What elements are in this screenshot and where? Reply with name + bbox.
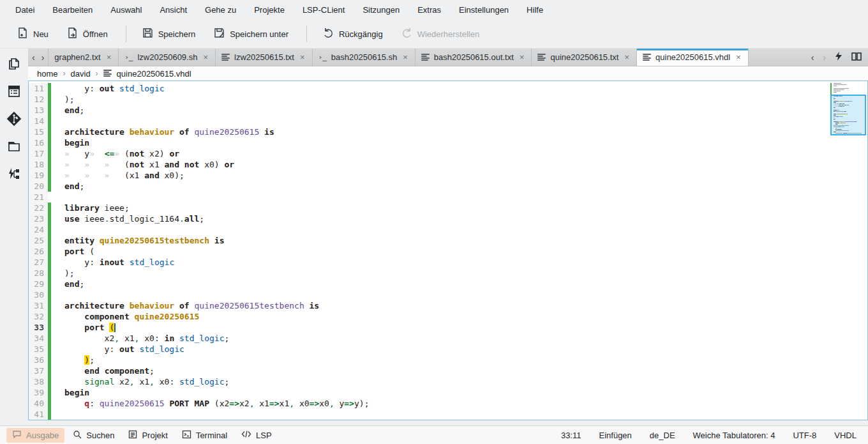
code-segment: inout bbox=[100, 257, 124, 267]
code-segment: not bbox=[130, 160, 144, 169]
code-segment: x1 bbox=[254, 399, 269, 408]
save-button[interactable]: Speichern bbox=[134, 22, 204, 45]
menu-auswahl[interactable]: Auswahl bbox=[103, 3, 149, 17]
code-segment: std_logic_1164 bbox=[109, 214, 179, 224]
code-text bbox=[51, 224, 64, 235]
code-segment: ; bbox=[225, 333, 230, 343]
git-icon bbox=[6, 111, 22, 129]
statusbar-tab-mode[interactable]: Weiche Tabulatoren: 4 bbox=[693, 431, 775, 440]
editor-line: 36 ); bbox=[29, 355, 867, 365]
tab-lzw20250615.txt[interactable]: lzw20250615.txt× bbox=[216, 49, 313, 66]
tab-label: bash20250615.out.txt bbox=[434, 52, 514, 62]
tab-graphen2.txt[interactable]: graphen2.txt× bbox=[49, 49, 119, 66]
code-segment: not bbox=[130, 149, 144, 158]
sidebar-item-symbols[interactable] bbox=[3, 81, 26, 103]
menu-sitzungen[interactable]: Sitzungen bbox=[355, 3, 407, 17]
sidebar-item-git[interactable] bbox=[3, 109, 26, 130]
tab-lzw20250609.sh[interactable]: ›_lzw20250609.sh× bbox=[119, 49, 216, 66]
open-button[interactable]: Öffnen bbox=[59, 22, 116, 45]
code-segment: port bbox=[64, 247, 84, 256]
code-segment: (x1 bbox=[124, 171, 144, 180]
tab-close-icon[interactable]: × bbox=[105, 52, 113, 62]
code-segment: or bbox=[169, 149, 179, 158]
split-view-icon[interactable] bbox=[851, 52, 862, 63]
statusbar-button-label: LSP bbox=[256, 431, 272, 440]
history-back-icon[interactable]: ‹ bbox=[811, 52, 814, 63]
minimap-line bbox=[834, 89, 844, 90]
code-text: port ( bbox=[51, 246, 94, 257]
menu-bearbeiten[interactable]: Bearbeiten bbox=[45, 3, 100, 17]
statusbar-button-lsp[interactable]: LSP bbox=[236, 428, 278, 442]
code-segment: x1 bbox=[144, 160, 164, 169]
new-button[interactable]: Neu bbox=[9, 22, 56, 45]
menu-projekte[interactable]: Projekte bbox=[246, 3, 292, 17]
breadcrumb-segment-david[interactable]: david bbox=[71, 69, 91, 79]
editor-line: 13end; bbox=[29, 105, 867, 116]
tab-quine20250615.txt[interactable]: quine20250615.txt× bbox=[532, 49, 637, 66]
tab-quine20250615.vhdl[interactable]: quine20250615.vhdl× bbox=[637, 49, 749, 66]
menu-datei[interactable]: Datei bbox=[8, 3, 42, 17]
tab-bash20250615.out.txt[interactable]: bash20250615.out.txt× bbox=[415, 49, 532, 66]
code-text bbox=[51, 289, 64, 300]
menu-hilfe[interactable]: Hilfe bbox=[519, 3, 551, 17]
undo-button[interactable]: Rückgängig bbox=[315, 22, 391, 45]
sidebar-item-filesystem[interactable] bbox=[3, 136, 26, 158]
line-number: 12 bbox=[29, 94, 48, 105]
statusbar-encoding[interactable]: UTF-8 bbox=[793, 431, 816, 440]
redo-button[interactable]: Wiederherstellen bbox=[393, 22, 488, 45]
magnifier-icon bbox=[73, 430, 82, 441]
statusbar-button-projekt[interactable]: Projekt bbox=[123, 428, 173, 443]
statusbar-dictionary[interactable]: de_DE bbox=[650, 431, 675, 440]
code-segment: x0: bbox=[139, 333, 164, 343]
code-segment: std_logic bbox=[119, 84, 164, 93]
minimap-viewport[interactable] bbox=[830, 95, 866, 135]
code-text: q: quine20250615 PORT MAP (x2=>x2, x1=>x… bbox=[51, 398, 370, 409]
statusbar-button-terminal[interactable]: Terminal bbox=[176, 428, 233, 443]
code-segment: architecture bbox=[64, 127, 124, 137]
minimap-scrollbar[interactable] bbox=[830, 83, 866, 418]
symbols-list-icon bbox=[6, 84, 22, 101]
editor-line: 39begin bbox=[29, 387, 867, 398]
sidebar-item-documents[interactable] bbox=[3, 54, 26, 75]
breadcrumb-segment-home[interactable]: home bbox=[37, 69, 58, 79]
statusbar-button-suchen[interactable]: Suchen bbox=[67, 428, 120, 443]
code-segment bbox=[174, 301, 179, 310]
tab-bash20250615.sh[interactable]: ›_bash20250615.sh× bbox=[313, 49, 415, 66]
scroll-tabs-left-icon[interactable]: ‹ bbox=[32, 52, 35, 63]
menu-extras[interactable]: Extras bbox=[410, 3, 449, 17]
code-segment: entity bbox=[64, 236, 94, 245]
history-forward-icon[interactable]: › bbox=[823, 52, 826, 63]
statusbar-syntax-mode[interactable]: VHDL bbox=[834, 431, 857, 440]
code-text: begin bbox=[51, 137, 89, 148]
code-text: » » » (not x1 and not x0) or bbox=[51, 159, 234, 170]
code-segment: is bbox=[310, 301, 320, 310]
line-number: 38 bbox=[29, 376, 48, 387]
tab-close-icon[interactable]: × bbox=[299, 52, 306, 62]
tab-close-icon[interactable]: × bbox=[518, 52, 526, 62]
menu-gehe-zu[interactable]: Gehe zu bbox=[197, 3, 244, 17]
scroll-tabs-right-icon[interactable]: › bbox=[41, 52, 45, 63]
save-as-button[interactable]: Speichern unter bbox=[206, 22, 296, 45]
tab-close-icon[interactable]: × bbox=[202, 52, 209, 62]
code-editor[interactable]: 11 y: out std_logic12);13end;1415archite… bbox=[28, 80, 868, 420]
breadcrumb-file[interactable]: quine20250615.vhdl bbox=[117, 69, 191, 79]
tab-close-icon[interactable]: × bbox=[401, 52, 409, 62]
statusbar-cursor-position[interactable]: 33:11 bbox=[561, 431, 581, 440]
statusbar-left: AusgabeSuchenProjektTerminalLSP bbox=[6, 428, 280, 443]
sidebar-item-lsp-symbols[interactable] bbox=[3, 164, 26, 185]
statusbar-insert-mode[interactable]: Einfügen bbox=[599, 431, 632, 440]
tab-close-icon[interactable]: × bbox=[735, 52, 742, 62]
menu-lsp-client[interactable]: LSP-CLient bbox=[295, 3, 352, 17]
statusbar-button-ausgabe[interactable]: Ausgabe bbox=[6, 428, 64, 443]
quick-open-icon[interactable] bbox=[835, 52, 842, 63]
code-segment: begin bbox=[64, 138, 89, 148]
code-segment: ; bbox=[149, 366, 154, 376]
code-text: component quine20250615 bbox=[51, 311, 199, 322]
code-segment: » bbox=[114, 149, 124, 158]
menu-ansicht[interactable]: Ansicht bbox=[152, 3, 195, 17]
editor-line: 11 y: out std_logic bbox=[29, 83, 867, 94]
menu-einstellungen[interactable]: Einstellungen bbox=[451, 3, 516, 17]
redo-button-label: Wiederherstellen bbox=[417, 29, 480, 39]
tab-close-icon[interactable]: × bbox=[623, 52, 631, 62]
undo-button-label: Rückgängig bbox=[339, 29, 383, 39]
